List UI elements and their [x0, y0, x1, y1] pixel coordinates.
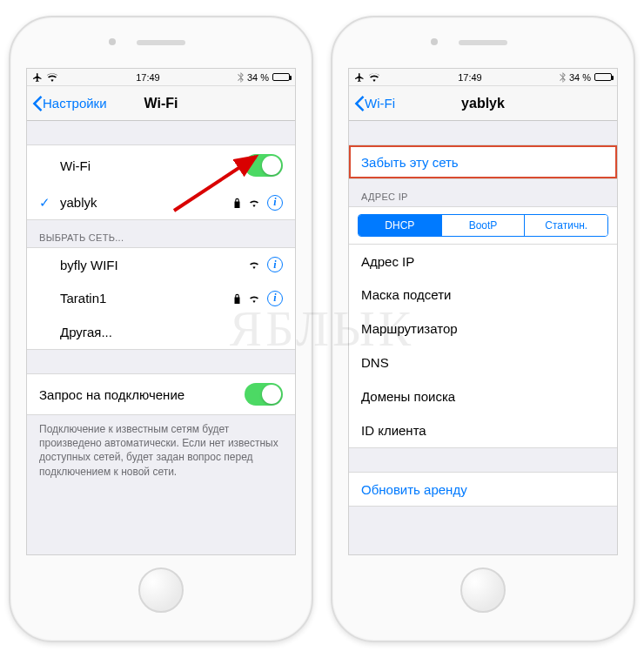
- content-area[interactable]: Wi-Fi ✓ yablyk i ВЫБРАТЬ СЕТЬ... by: [27, 121, 295, 554]
- renew-lease-label: Обновить аренду: [361, 482, 605, 497]
- connected-network-name: yablyk: [60, 195, 233, 210]
- chevron-left-icon: [354, 96, 365, 111]
- forget-network-row[interactable]: Забыть эту сеть: [349, 144, 617, 179]
- nav-bar: Настройки Wi-Fi: [27, 86, 295, 121]
- seg-bootp[interactable]: BootP: [441, 215, 525, 236]
- client-id-row[interactable]: ID клиента: [349, 413, 617, 448]
- subnet-mask-row[interactable]: Маска подсети: [349, 278, 617, 312]
- home-button[interactable]: [460, 567, 506, 613]
- wifi-toggle-label: Wi-Fi: [60, 158, 245, 173]
- ip-address-header: АДРЕС IP: [349, 179, 617, 207]
- dns-row[interactable]: DNS: [349, 346, 617, 380]
- connected-network-row[interactable]: ✓ yablyk i: [27, 185, 295, 220]
- ip-config-segmented-wrap: DHCP BootP Статичн.: [349, 206, 617, 245]
- screen-left: 17:49 34 % Настройки Wi-Fi Wi-Fi: [26, 68, 296, 555]
- status-bar: 17:49 34 %: [349, 69, 617, 86]
- info-button[interactable]: i: [267, 195, 283, 211]
- network-row[interactable]: Taratin1 i: [27, 281, 295, 316]
- ip-label: Адрес IP: [361, 254, 605, 269]
- ask-to-join-row[interactable]: Запрос на подключение: [27, 373, 295, 415]
- info-button[interactable]: i: [267, 257, 283, 272]
- phone-frame-right: 17:49 34 % Wi-Fi yablyk Забыть эту сеть …: [331, 16, 635, 642]
- airplane-mode-icon: [32, 72, 43, 83]
- wifi-icon: [46, 73, 58, 82]
- search-domains-row[interactable]: Домены поиска: [349, 379, 617, 414]
- client-label: ID клиента: [361, 423, 605, 438]
- choose-network-header: ВЫБРАТЬ СЕТЬ...: [27, 220, 295, 248]
- earpiece-speaker: [459, 40, 507, 45]
- back-button[interactable]: Wi-Fi: [354, 96, 395, 111]
- bluetooth-icon: [238, 72, 244, 83]
- other-network-label: Другая...: [60, 325, 283, 339]
- wifi-signal-icon: [248, 198, 260, 207]
- renew-lease-row[interactable]: Обновить аренду: [349, 472, 617, 507]
- content-area[interactable]: Забыть эту сеть АДРЕС IP DHCP BootP Стат…: [349, 121, 617, 554]
- battery-percent: 34 %: [569, 72, 591, 83]
- battery-icon: [594, 73, 612, 81]
- back-label: Настройки: [43, 96, 107, 111]
- network-name: Taratin1: [60, 291, 233, 306]
- router-label: Маршрутизатор: [361, 321, 605, 336]
- status-bar: 17:49 34 %: [27, 69, 295, 86]
- lock-icon: [233, 198, 241, 208]
- checkmark-icon: ✓: [39, 195, 60, 211]
- search-label: Домены поиска: [361, 389, 605, 404]
- info-button[interactable]: i: [267, 291, 283, 306]
- home-button[interactable]: [138, 567, 184, 613]
- other-network-row[interactable]: Другая...: [27, 315, 295, 350]
- ask-to-join-label: Запрос на подключение: [39, 387, 245, 402]
- wifi-switch[interactable]: [245, 154, 283, 177]
- front-camera: [109, 38, 116, 45]
- battery-percent: 34 %: [247, 72, 269, 83]
- wifi-icon: [368, 73, 380, 82]
- front-camera: [431, 38, 438, 45]
- ip-config-segmented[interactable]: DHCP BootP Статичн.: [358, 214, 608, 237]
- screen-right: 17:49 34 % Wi-Fi yablyk Забыть эту сеть …: [348, 68, 618, 555]
- network-row[interactable]: byfly WIFI i: [27, 247, 295, 282]
- back-label: Wi-Fi: [365, 96, 395, 111]
- seg-dhcp[interactable]: DHCP: [359, 215, 441, 236]
- ask-switch[interactable]: [245, 383, 283, 406]
- nav-bar: Wi-Fi yablyk: [349, 86, 617, 121]
- wifi-signal-icon: [248, 260, 260, 269]
- bluetooth-icon: [560, 72, 566, 83]
- earpiece-speaker: [137, 40, 185, 45]
- router-row[interactable]: Маршрутизатор: [349, 312, 617, 346]
- seg-static[interactable]: Статичн.: [524, 215, 607, 236]
- battery-icon: [272, 73, 290, 81]
- dns-label: DNS: [361, 355, 605, 370]
- ip-address-row[interactable]: Адрес IP: [349, 244, 617, 279]
- back-button[interactable]: Настройки: [32, 96, 107, 111]
- status-time: 17:49: [458, 72, 482, 83]
- wifi-signal-icon: [248, 294, 260, 303]
- phone-frame-left: 17:49 34 % Настройки Wi-Fi Wi-Fi: [9, 16, 313, 642]
- wifi-toggle-row[interactable]: Wi-Fi: [27, 144, 295, 186]
- airplane-mode-icon: [354, 72, 365, 83]
- forget-network-label: Забыть эту сеть: [361, 155, 605, 170]
- status-time: 17:49: [136, 72, 160, 83]
- ask-footer-text: Подключение к известным сетям будет прои…: [27, 415, 295, 479]
- lock-icon: [233, 293, 241, 304]
- network-name: byfly WIFI: [60, 258, 248, 272]
- mask-label: Маска подсети: [361, 287, 605, 302]
- chevron-left-icon: [32, 96, 43, 111]
